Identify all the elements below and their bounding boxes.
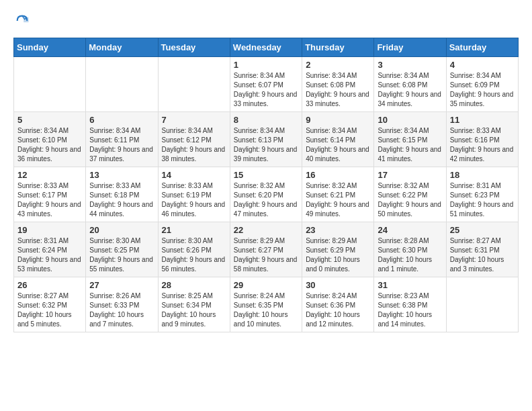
day-number: 3 [378,60,442,70]
calendar-cell: 13Sunrise: 8:33 AM Sunset: 6:18 PM Dayli… [86,167,158,222]
day-info: Sunrise: 8:30 AM Sunset: 6:26 PM Dayligh… [162,236,226,274]
day-info: Sunrise: 8:34 AM Sunset: 6:13 PM Dayligh… [234,126,298,164]
day-number: 21 [162,225,226,235]
calendar-cell: 31Sunrise: 8:23 AM Sunset: 6:38 PM Dayli… [374,277,446,332]
calendar-cell: 4Sunrise: 8:34 AM Sunset: 6:09 PM Daylig… [446,57,518,112]
page-header [13,13,519,31]
calendar-cell: 12Sunrise: 8:33 AM Sunset: 6:17 PM Dayli… [14,167,86,222]
day-info: Sunrise: 8:23 AM Sunset: 6:38 PM Dayligh… [378,291,442,329]
day-info: Sunrise: 8:32 AM Sunset: 6:20 PM Dayligh… [234,181,298,219]
day-number: 28 [162,280,226,290]
calendar-cell: 23Sunrise: 8:29 AM Sunset: 6:29 PM Dayli… [302,222,374,277]
calendar-body: 1Sunrise: 8:34 AM Sunset: 6:07 PM Daylig… [14,57,519,332]
day-info: Sunrise: 8:34 AM Sunset: 6:07 PM Dayligh… [234,71,298,109]
day-number: 17 [378,170,442,180]
day-number: 19 [17,225,82,235]
day-of-week-header: Thursday [302,38,374,57]
calendar-cell: 1Sunrise: 8:34 AM Sunset: 6:07 PM Daylig… [230,57,302,112]
day-info: Sunrise: 8:34 AM Sunset: 6:12 PM Dayligh… [162,126,226,164]
day-info: Sunrise: 8:34 AM Sunset: 6:15 PM Dayligh… [378,126,442,164]
calendar-cell: 21Sunrise: 8:30 AM Sunset: 6:26 PM Dayli… [158,222,230,277]
day-info: Sunrise: 8:34 AM Sunset: 6:14 PM Dayligh… [306,126,370,164]
day-number: 4 [450,60,515,70]
day-info: Sunrise: 8:30 AM Sunset: 6:25 PM Dayligh… [89,236,154,274]
calendar-cell: 14Sunrise: 8:33 AM Sunset: 6:19 PM Dayli… [158,167,230,222]
day-number: 23 [306,225,370,235]
day-number: 11 [450,115,515,125]
calendar-cell: 27Sunrise: 8:26 AM Sunset: 6:33 PM Dayli… [86,277,158,332]
calendar-cell: 6Sunrise: 8:34 AM Sunset: 6:11 PM Daylig… [86,112,158,167]
calendar-cell: 7Sunrise: 8:34 AM Sunset: 6:12 PM Daylig… [158,112,230,167]
day-number: 24 [378,225,442,235]
logo-icon [15,13,30,28]
day-number: 22 [234,225,298,235]
day-of-week-header: Tuesday [158,38,230,57]
day-number: 16 [306,170,370,180]
day-of-week-header: Friday [374,38,446,57]
calendar-cell: 10Sunrise: 8:34 AM Sunset: 6:15 PM Dayli… [374,112,446,167]
calendar-cell: 16Sunrise: 8:32 AM Sunset: 6:21 PM Dayli… [302,167,374,222]
calendar-table: SundayMondayTuesdayWednesdayThursdayFrid… [13,38,519,332]
day-info: Sunrise: 8:33 AM Sunset: 6:16 PM Dayligh… [450,126,515,164]
day-number: 15 [234,170,298,180]
days-of-week-row: SundayMondayTuesdayWednesdayThursdayFrid… [14,38,519,57]
day-number: 8 [234,115,298,125]
day-of-week-header: Wednesday [230,38,302,57]
calendar-cell: 26Sunrise: 8:27 AM Sunset: 6:32 PM Dayli… [14,277,86,332]
day-number: 20 [89,225,154,235]
calendar-week-row: 5Sunrise: 8:34 AM Sunset: 6:10 PM Daylig… [14,112,519,167]
day-info: Sunrise: 8:27 AM Sunset: 6:32 PM Dayligh… [17,291,82,329]
calendar-cell: 19Sunrise: 8:31 AM Sunset: 6:24 PM Dayli… [14,222,86,277]
day-info: Sunrise: 8:24 AM Sunset: 6:36 PM Dayligh… [306,291,370,329]
calendar-cell: 17Sunrise: 8:32 AM Sunset: 6:22 PM Dayli… [374,167,446,222]
svg-marker-0 [24,17,28,22]
day-number: 29 [234,280,298,290]
calendar-cell: 20Sunrise: 8:30 AM Sunset: 6:25 PM Dayli… [86,222,158,277]
day-number: 30 [306,280,370,290]
calendar-week-row: 1Sunrise: 8:34 AM Sunset: 6:07 PM Daylig… [14,57,519,112]
day-info: Sunrise: 8:29 AM Sunset: 6:29 PM Dayligh… [306,236,370,274]
calendar-cell: 3Sunrise: 8:34 AM Sunset: 6:08 PM Daylig… [374,57,446,112]
calendar-cell: 28Sunrise: 8:25 AM Sunset: 6:34 PM Dayli… [158,277,230,332]
calendar-week-row: 19Sunrise: 8:31 AM Sunset: 6:24 PM Dayli… [14,222,519,277]
day-info: Sunrise: 8:33 AM Sunset: 6:18 PM Dayligh… [89,181,154,219]
day-info: Sunrise: 8:34 AM Sunset: 6:08 PM Dayligh… [378,71,442,109]
day-number: 14 [162,170,226,180]
logo [13,13,30,31]
day-info: Sunrise: 8:34 AM Sunset: 6:10 PM Dayligh… [17,126,82,164]
day-info: Sunrise: 8:34 AM Sunset: 6:09 PM Dayligh… [450,71,515,109]
day-of-week-header: Saturday [446,38,518,57]
calendar-cell [446,277,518,332]
day-info: Sunrise: 8:31 AM Sunset: 6:24 PM Dayligh… [17,236,82,274]
day-info: Sunrise: 8:34 AM Sunset: 6:11 PM Dayligh… [89,126,154,164]
day-number: 26 [17,280,82,290]
day-number: 27 [89,280,154,290]
day-number: 18 [450,170,515,180]
calendar-week-row: 26Sunrise: 8:27 AM Sunset: 6:32 PM Dayli… [14,277,519,332]
day-number: 31 [378,280,442,290]
calendar-cell: 8Sunrise: 8:34 AM Sunset: 6:13 PM Daylig… [230,112,302,167]
calendar-cell: 18Sunrise: 8:31 AM Sunset: 6:23 PM Dayli… [446,167,518,222]
day-number: 2 [306,60,370,70]
day-info: Sunrise: 8:28 AM Sunset: 6:30 PM Dayligh… [378,236,442,274]
calendar-cell: 15Sunrise: 8:32 AM Sunset: 6:20 PM Dayli… [230,167,302,222]
day-info: Sunrise: 8:26 AM Sunset: 6:33 PM Dayligh… [89,291,154,329]
day-of-week-header: Monday [86,38,158,57]
day-info: Sunrise: 8:34 AM Sunset: 6:08 PM Dayligh… [306,71,370,109]
day-number: 1 [234,60,298,70]
day-info: Sunrise: 8:33 AM Sunset: 6:19 PM Dayligh… [162,181,226,219]
calendar-cell: 5Sunrise: 8:34 AM Sunset: 6:10 PM Daylig… [14,112,86,167]
day-info: Sunrise: 8:24 AM Sunset: 6:35 PM Dayligh… [234,291,298,329]
calendar-cell: 9Sunrise: 8:34 AM Sunset: 6:14 PM Daylig… [302,112,374,167]
calendar-week-row: 12Sunrise: 8:33 AM Sunset: 6:17 PM Dayli… [14,167,519,222]
calendar-cell: 2Sunrise: 8:34 AM Sunset: 6:08 PM Daylig… [302,57,374,112]
day-info: Sunrise: 8:27 AM Sunset: 6:31 PM Dayligh… [450,236,515,274]
calendar-cell [14,57,86,112]
day-info: Sunrise: 8:25 AM Sunset: 6:34 PM Dayligh… [162,291,226,329]
day-number: 10 [378,115,442,125]
calendar-cell: 22Sunrise: 8:29 AM Sunset: 6:27 PM Dayli… [230,222,302,277]
calendar-cell: 11Sunrise: 8:33 AM Sunset: 6:16 PM Dayli… [446,112,518,167]
day-number: 13 [89,170,154,180]
day-number: 6 [89,115,154,125]
calendar-cell: 25Sunrise: 8:27 AM Sunset: 6:31 PM Dayli… [446,222,518,277]
